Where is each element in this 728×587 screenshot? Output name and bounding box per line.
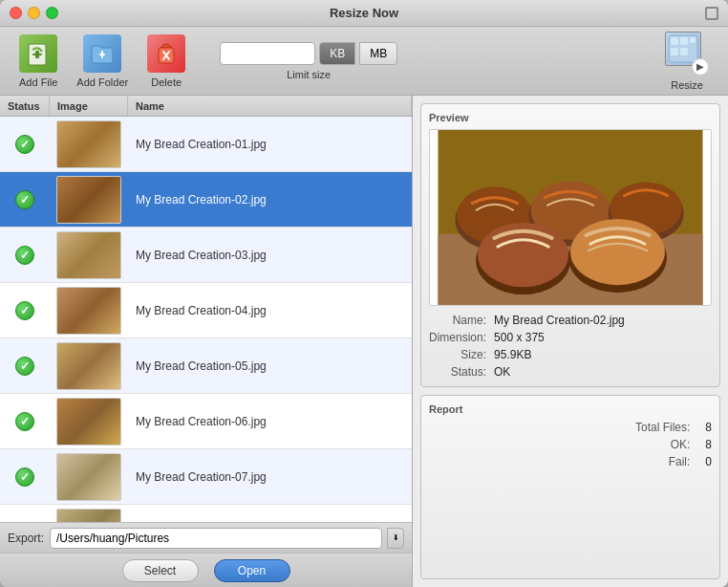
export-path: /Users/huang/Pictures — [50, 528, 382, 549]
export-chevron-icon[interactable]: ⬇ — [387, 528, 404, 549]
file-name: My Bread Creation-03.jpg — [136, 249, 267, 262]
col-header-status: Status — [0, 96, 50, 116]
mb-button[interactable]: MB — [359, 42, 397, 65]
cell-status: ✓ — [0, 190, 50, 209]
export-path-text: /Users/huang/Pictures — [56, 532, 169, 545]
delete-button[interactable]: Delete — [139, 31, 193, 92]
cell-image — [50, 395, 128, 448]
name-val: My Bread Creation-02.jpg — [494, 314, 712, 327]
thumbnail — [56, 120, 121, 168]
check-icon: ✓ — [15, 357, 34, 376]
cell-name: My Bread Creation-03.jpg — [128, 249, 412, 262]
ok-val: 8 — [705, 438, 712, 451]
thumbnail — [56, 176, 121, 224]
cell-image — [50, 506, 128, 523]
cell-image — [50, 339, 128, 393]
file-list-header: Status Image Name — [0, 96, 412, 117]
cell-name: My Bread Creation-02.jpg — [128, 193, 412, 207]
cell-status: ✓ — [0, 412, 50, 431]
buttons-bar: Select Open — [0, 553, 412, 587]
table-row[interactable]: ✓ My Bread Creation-02.jpg — [0, 172, 412, 228]
table-row[interactable]: ✓ My Bread Creation-08.jpg — [0, 505, 412, 522]
select-button[interactable]: Select — [122, 559, 199, 582]
cell-name: My Bread Creation-04.jpg — [128, 304, 412, 317]
check-icon: ✓ — [15, 301, 34, 320]
table-row[interactable]: ✓ My Bread Creation-04.jpg — [0, 283, 412, 338]
add-file-label: Add File — [19, 76, 57, 88]
preview-panel: Preview — [413, 96, 728, 587]
fail-val: 0 — [705, 455, 712, 468]
preview-section-label: Preview — [429, 112, 712, 123]
resize-button[interactable]: ▶ Resize — [657, 28, 717, 95]
add-folder-button[interactable]: Add Folder — [69, 31, 136, 92]
file-list-body[interactable]: ✓ My Bread Creation-01.jpg ✓ My Bread Cr… — [0, 117, 412, 522]
cell-status: ✓ — [0, 135, 50, 154]
size-key: Size: — [429, 348, 486, 361]
resize-icon — [705, 7, 718, 20]
preview-image-svg — [430, 130, 711, 305]
col-header-name: Name — [128, 96, 412, 116]
table-row[interactable]: ✓ My Bread Creation-01.jpg — [0, 117, 412, 172]
main-content: Status Image Name ✓ My Bread Creation-01… — [0, 96, 728, 587]
cell-status: ✓ — [0, 246, 50, 265]
add-file-svg — [25, 40, 52, 67]
name-key: Name: — [429, 314, 486, 327]
preview-section: Preview — [420, 103, 720, 387]
kb-button[interactable]: KB — [319, 42, 355, 65]
cell-status: ✓ — [0, 467, 50, 487]
check-icon: ✓ — [15, 135, 34, 154]
limit-size-group: 100 KB MB Limit size — [220, 42, 397, 80]
cell-name: My Bread Creation-01.jpg — [128, 138, 412, 151]
svg-rect-2 — [35, 51, 39, 58]
file-name: My Bread Creation-04.jpg — [136, 304, 267, 317]
table-row[interactable]: ✓ My Bread Creation-03.jpg — [0, 228, 412, 283]
thumbnail — [56, 509, 121, 523]
report-section: Report Total Files: 8 OK: 8 Fail: 0 — [420, 395, 720, 579]
resize-label: Resize — [671, 79, 703, 91]
add-file-button[interactable]: Add File — [11, 31, 65, 92]
add-folder-label: Add Folder — [76, 76, 128, 88]
play-icon: ▶ — [692, 58, 709, 76]
limit-size-row: 100 KB MB — [220, 42, 397, 65]
total-key: Total Files: — [429, 421, 697, 434]
ok-key: OK: — [429, 438, 697, 451]
file-name: My Bread Creation-02.jpg — [136, 193, 267, 207]
report-grid: Total Files: 8 OK: 8 Fail: 0 — [429, 421, 712, 468]
limit-size-input[interactable]: 100 — [220, 42, 315, 65]
check-icon: ✓ — [15, 246, 34, 265]
export-label: Export: — [8, 532, 44, 545]
cell-image — [50, 173, 128, 227]
toolbar: Add File Add Folder Delete — [0, 27, 728, 96]
check-icon: ✓ — [15, 190, 34, 209]
check-icon: ✓ — [15, 467, 34, 487]
thumbnail — [56, 453, 121, 501]
total-val: 8 — [705, 421, 712, 434]
thumbnail — [56, 342, 121, 390]
add-folder-icon — [83, 34, 121, 73]
check-icon: ✓ — [15, 412, 34, 431]
window-controls — [10, 7, 58, 19]
col-header-image: Image — [50, 96, 128, 116]
size-val: 95.9KB — [494, 348, 712, 361]
svg-rect-9 — [671, 48, 678, 55]
table-row[interactable]: ✓ My Bread Creation-07.jpg — [0, 449, 412, 505]
export-bar: Export: /Users/huang/Pictures ⬇ — [0, 522, 412, 553]
minimize-button[interactable] — [28, 7, 40, 19]
dimension-val: 500 x 375 — [494, 331, 712, 344]
delete-label: Delete — [151, 76, 182, 88]
table-row[interactable]: ✓ My Bread Creation-05.jpg — [0, 338, 412, 394]
open-button[interactable]: Open — [214, 559, 290, 582]
table-row[interactable]: ✓ My Bread Creation-06.jpg — [0, 394, 412, 449]
thumbnail — [56, 398, 121, 446]
add-folder-svg — [89, 40, 116, 67]
svg-rect-7 — [671, 37, 678, 45]
svg-rect-10 — [680, 48, 688, 55]
close-button[interactable] — [10, 7, 22, 19]
maximize-button[interactable] — [46, 7, 58, 19]
preview-image-container — [429, 129, 712, 306]
fail-key: Fail: — [429, 455, 697, 468]
cell-image — [50, 228, 128, 282]
titlebar: Resize Now — [0, 0, 728, 27]
file-name: My Bread Creation-06.jpg — [136, 415, 267, 428]
cell-name: My Bread Creation-06.jpg — [128, 415, 412, 428]
